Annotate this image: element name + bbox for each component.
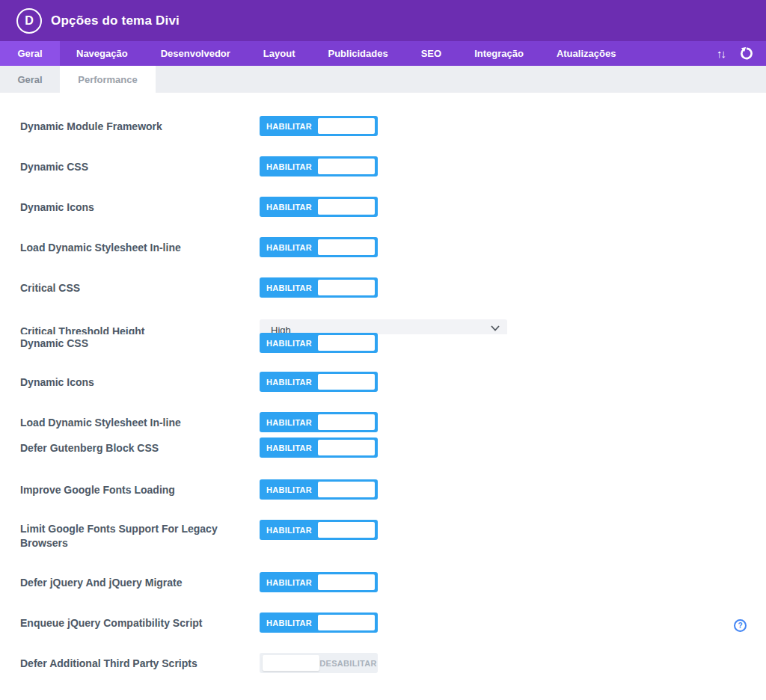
toggle-knob xyxy=(318,199,375,215)
toggle-on-label: HABILITAR xyxy=(260,526,319,535)
setting-row: Defer Gutenberg Block CSS HABILITAR xyxy=(0,438,766,458)
setting-label: Load Dynamic Stylesheet In-line xyxy=(20,415,181,429)
toggle-knob xyxy=(318,159,375,174)
toggle-on-label: HABILITAR xyxy=(260,485,319,494)
help-icon[interactable]: ? xyxy=(734,619,747,632)
setting-label: Defer Additional Third Party Scripts xyxy=(20,656,197,670)
tab-navegacao[interactable]: Navegação xyxy=(60,41,144,66)
tab-seo[interactable]: SEO xyxy=(405,41,458,66)
tab-desenvolvedor[interactable]: Desenvolvedor xyxy=(144,41,247,66)
chevron-down-icon xyxy=(491,325,500,331)
page-title: Opções do tema Divi xyxy=(51,13,180,28)
setting-row: Dynamic Icons HABILITAR xyxy=(0,372,766,392)
setting-row: Limit Google Fonts Support For Legacy Br… xyxy=(0,520,766,540)
toggle-knob xyxy=(318,374,375,390)
setting-label: Enqueue jQuery Compatibility Script xyxy=(20,615,202,630)
toggle-knob xyxy=(318,414,375,430)
toggle-on-label: HABILITAR xyxy=(260,162,319,171)
setting-row: Dynamic Module Framework HABILITAR xyxy=(0,116,766,136)
nav-icon-group: ↑↓ xyxy=(717,41,766,66)
toggle-on-label: HABILITAR xyxy=(260,418,319,427)
toggle-load-dynamic-stylesheet-inline[interactable]: HABILITAR xyxy=(260,237,378,257)
toggle-limit-google-fonts-legacy[interactable]: HABILITAR xyxy=(260,520,378,540)
toggle-load-dynamic-stylesheet-inline-2[interactable]: HABILITAR xyxy=(260,412,378,432)
toggle-knob xyxy=(318,522,375,538)
toggle-defer-gutenberg-block-css[interactable]: HABILITAR xyxy=(260,438,378,458)
main-nav: Geral Navegação Desenvolvedor Layout Pub… xyxy=(0,41,766,66)
setting-row: Improve Google Fonts Loading HABILITAR xyxy=(0,479,766,500)
critical-threshold-height-select[interactable]: High xyxy=(260,319,507,334)
tab-integracao[interactable]: Integração xyxy=(458,41,540,66)
setting-label: Load Dynamic Stylesheet In-line xyxy=(20,240,181,254)
setting-label: Dynamic CSS xyxy=(20,336,88,350)
divi-logo-icon: D xyxy=(16,8,42,34)
subtab-performance[interactable]: Performance xyxy=(60,66,156,93)
toggle-defer-third-party-scripts[interactable]: DESABILITAR xyxy=(260,653,378,673)
toggle-on-label: HABILITAR xyxy=(260,378,319,387)
setting-row: Enqueue jQuery Compatibility Script HABI… xyxy=(0,612,766,633)
toggle-knob xyxy=(318,482,375,497)
toggle-on-label: HABILITAR xyxy=(260,339,319,348)
toggle-off-label: DESABILITAR xyxy=(319,659,378,668)
subtab-geral[interactable]: Geral xyxy=(0,66,60,93)
toggle-on-label: HABILITAR xyxy=(260,618,319,627)
setting-label: Dynamic Icons xyxy=(20,200,94,214)
toggle-on-label: HABILITAR xyxy=(260,203,319,212)
toggle-on-label: HABILITAR xyxy=(260,578,319,587)
reset-icon[interactable] xyxy=(740,47,753,60)
toggle-knob xyxy=(318,440,375,455)
divi-logo-letter: D xyxy=(25,14,34,28)
tab-layout[interactable]: Layout xyxy=(247,41,312,66)
tab-publicidades[interactable]: Publicidades xyxy=(311,41,404,66)
setting-label: Defer Gutenberg Block CSS xyxy=(20,440,159,455)
setting-row: Defer Additional Third Party Scripts DES… xyxy=(0,653,766,673)
toggle-defer-jquery-migrate[interactable]: HABILITAR xyxy=(260,572,378,592)
setting-row-clipped: Critical Threshold Height High xyxy=(0,304,766,334)
sub-nav: Geral Performance xyxy=(0,66,766,93)
tab-geral[interactable]: Geral xyxy=(0,41,60,66)
toggle-dynamic-module-framework[interactable]: HABILITAR xyxy=(260,116,378,136)
setting-label: Dynamic Icons xyxy=(20,375,94,389)
settings-panel: Dynamic Module Framework HABILITAR Dynam… xyxy=(0,93,766,700)
toggle-critical-css[interactable]: HABILITAR xyxy=(260,277,378,298)
setting-label: Defer jQuery And jQuery Migrate xyxy=(20,575,183,589)
import-export-icon[interactable]: ↑↓ xyxy=(717,48,725,59)
app-header: D Opções do tema Divi xyxy=(0,0,766,41)
toggle-knob xyxy=(318,574,375,590)
toggle-improve-google-fonts-loading[interactable]: HABILITAR xyxy=(260,479,378,500)
setting-row: Dynamic CSS HABILITAR xyxy=(0,333,766,353)
toggle-knob xyxy=(318,280,375,295)
toggle-knob xyxy=(318,118,375,134)
toggle-dynamic-css-2[interactable]: HABILITAR xyxy=(260,333,378,353)
toggle-enqueue-jquery-compatibility[interactable]: HABILITAR xyxy=(260,612,378,633)
setting-label: Dynamic Module Framework xyxy=(20,119,162,133)
setting-row: Dynamic Icons HABILITAR xyxy=(0,197,766,217)
setting-row: Critical CSS HABILITAR xyxy=(0,277,766,298)
toggle-dynamic-icons[interactable]: HABILITAR xyxy=(260,197,378,217)
setting-label: Limit Google Fonts Support For Legacy Br… xyxy=(20,522,267,550)
toggle-on-label: HABILITAR xyxy=(260,243,319,252)
toggle-dynamic-icons-2[interactable]: HABILITAR xyxy=(260,372,378,392)
toggle-on-label: HABILITAR xyxy=(260,122,319,131)
tab-atualizacoes[interactable]: Atualizações xyxy=(540,41,632,66)
setting-row: Defer jQuery And jQuery Migrate HABILITA… xyxy=(0,572,766,592)
toggle-knob xyxy=(318,239,375,255)
toggle-knob xyxy=(263,655,319,671)
setting-label: Improve Google Fonts Loading xyxy=(20,482,175,497)
setting-label: Critical CSS xyxy=(20,280,80,295)
setting-label: Dynamic CSS xyxy=(20,159,88,174)
toggle-knob xyxy=(318,335,375,351)
toggle-on-label: HABILITAR xyxy=(260,443,319,452)
setting-row: Load Dynamic Stylesheet In-line HABILITA… xyxy=(0,412,766,432)
toggle-dynamic-css[interactable]: HABILITAR xyxy=(260,156,378,176)
toggle-knob xyxy=(318,615,375,630)
setting-row: Dynamic CSS HABILITAR xyxy=(0,156,766,176)
setting-row: Load Dynamic Stylesheet In-line HABILITA… xyxy=(0,237,766,257)
toggle-on-label: HABILITAR xyxy=(260,283,319,292)
